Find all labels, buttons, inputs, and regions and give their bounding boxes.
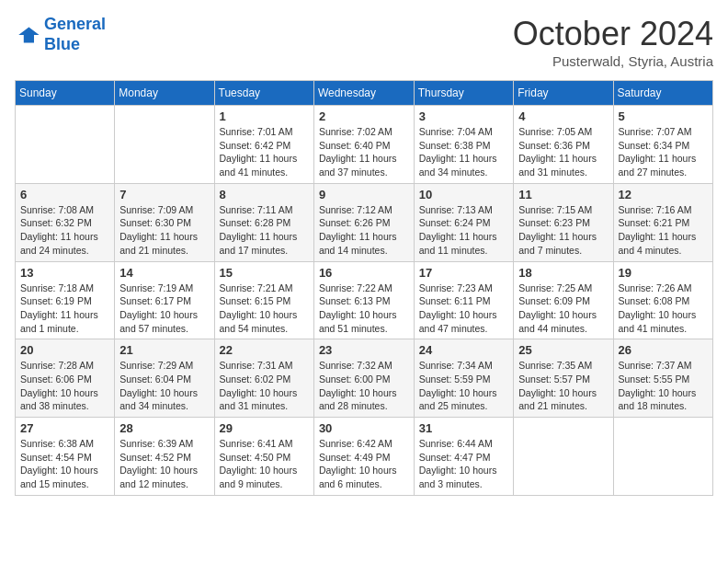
calendar-cell: 18Sunrise: 7:25 AMSunset: 6:09 PMDayligh… bbox=[514, 261, 613, 339]
calendar-weekday-header: Saturday bbox=[613, 81, 712, 106]
calendar-cell: 24Sunrise: 7:34 AMSunset: 5:59 PMDayligh… bbox=[414, 339, 513, 418]
day-number: 22 bbox=[220, 343, 309, 357]
location: Pusterwald, Styria, Austria bbox=[513, 53, 713, 69]
calendar-cell: 3Sunrise: 7:04 AMSunset: 6:38 PMDaylight… bbox=[414, 106, 513, 184]
day-info: Sunrise: 7:09 AMSunset: 6:30 PMDaylight:… bbox=[119, 203, 209, 258]
calendar-weekday-header: Monday bbox=[115, 81, 214, 106]
calendar-cell: 20Sunrise: 7:28 AMSunset: 6:06 PMDayligh… bbox=[16, 339, 115, 418]
day-info: Sunrise: 7:05 AMSunset: 6:36 PMDaylight:… bbox=[518, 125, 608, 179]
day-info: Sunrise: 7:02 AMSunset: 6:40 PMDaylight:… bbox=[319, 125, 409, 179]
day-number: 19 bbox=[619, 266, 708, 280]
calendar-week-row: 1Sunrise: 7:01 AMSunset: 6:42 PMDaylight… bbox=[16, 106, 713, 184]
title-block: October 2024 Pusterwald, Styria, Austria bbox=[513, 15, 713, 69]
day-info: Sunrise: 7:16 AMSunset: 6:21 PMDaylight:… bbox=[619, 203, 708, 258]
day-number: 20 bbox=[20, 343, 109, 357]
calendar-week-row: 20Sunrise: 7:28 AMSunset: 6:06 PMDayligh… bbox=[16, 339, 713, 418]
day-info: Sunrise: 7:12 AMSunset: 6:26 PMDaylight:… bbox=[319, 203, 409, 258]
page-header: General Blue October 2024 Pusterwald, St… bbox=[15, 15, 713, 69]
day-number: 1 bbox=[220, 109, 309, 123]
day-number: 30 bbox=[319, 421, 409, 435]
logo-text: General Blue bbox=[44, 15, 106, 54]
day-info: Sunrise: 7:13 AMSunset: 6:24 PMDaylight:… bbox=[419, 203, 508, 258]
day-number: 28 bbox=[119, 421, 209, 435]
day-info: Sunrise: 6:42 AMSunset: 4:49 PMDaylight:… bbox=[319, 437, 409, 491]
day-number: 16 bbox=[319, 266, 409, 280]
day-number: 25 bbox=[518, 343, 608, 357]
day-info: Sunrise: 6:38 AMSunset: 4:54 PMDaylight:… bbox=[20, 437, 109, 491]
calendar-cell: 16Sunrise: 7:22 AMSunset: 6:13 PMDayligh… bbox=[313, 261, 414, 339]
day-number: 10 bbox=[419, 188, 508, 201]
calendar-cell: 22Sunrise: 7:31 AMSunset: 6:02 PMDayligh… bbox=[214, 339, 313, 418]
calendar-cell: 28Sunrise: 6:39 AMSunset: 4:52 PMDayligh… bbox=[115, 418, 214, 496]
day-number: 29 bbox=[220, 421, 309, 435]
calendar-cell: 14Sunrise: 7:19 AMSunset: 6:17 PMDayligh… bbox=[115, 261, 214, 339]
calendar-cell: 1Sunrise: 7:01 AMSunset: 6:42 PMDaylight… bbox=[214, 106, 313, 184]
calendar-cell: 7Sunrise: 7:09 AMSunset: 6:30 PMDaylight… bbox=[115, 183, 214, 261]
day-number: 31 bbox=[419, 421, 508, 435]
calendar-cell: 9Sunrise: 7:12 AMSunset: 6:26 PMDaylight… bbox=[313, 183, 414, 261]
calendar-week-row: 13Sunrise: 7:18 AMSunset: 6:19 PMDayligh… bbox=[16, 261, 713, 339]
calendar-cell: 29Sunrise: 6:41 AMSunset: 4:50 PMDayligh… bbox=[214, 418, 313, 496]
day-info: Sunrise: 7:19 AMSunset: 6:17 PMDaylight:… bbox=[119, 282, 209, 336]
day-info: Sunrise: 7:08 AMSunset: 6:32 PMDaylight:… bbox=[20, 203, 109, 258]
calendar-week-row: 6Sunrise: 7:08 AMSunset: 6:32 PMDaylight… bbox=[16, 183, 713, 261]
logo: General Blue bbox=[15, 15, 106, 54]
day-number: 26 bbox=[619, 343, 708, 357]
day-info: Sunrise: 7:35 AMSunset: 5:57 PMDaylight:… bbox=[518, 359, 608, 413]
day-info: Sunrise: 7:18 AMSunset: 6:19 PMDaylight:… bbox=[20, 282, 109, 336]
day-info: Sunrise: 7:26 AMSunset: 6:08 PMDaylight:… bbox=[619, 282, 708, 336]
day-info: Sunrise: 7:15 AMSunset: 6:23 PMDaylight:… bbox=[518, 203, 608, 258]
day-number: 21 bbox=[119, 343, 209, 357]
calendar-cell: 6Sunrise: 7:08 AMSunset: 6:32 PMDaylight… bbox=[16, 183, 115, 261]
day-number: 23 bbox=[319, 343, 409, 357]
day-number: 11 bbox=[518, 188, 608, 201]
day-info: Sunrise: 7:29 AMSunset: 6:04 PMDaylight:… bbox=[119, 359, 209, 413]
day-info: Sunrise: 6:39 AMSunset: 4:52 PMDaylight:… bbox=[119, 437, 209, 491]
calendar-weekday-header: Sunday bbox=[16, 81, 115, 106]
calendar-weekday-header: Friday bbox=[514, 81, 613, 106]
calendar-cell: 19Sunrise: 7:26 AMSunset: 6:08 PMDayligh… bbox=[613, 261, 712, 339]
day-info: Sunrise: 7:22 AMSunset: 6:13 PMDaylight:… bbox=[319, 282, 409, 336]
day-number: 5 bbox=[619, 109, 708, 123]
calendar-cell: 15Sunrise: 7:21 AMSunset: 6:15 PMDayligh… bbox=[214, 261, 313, 339]
day-number: 27 bbox=[20, 421, 109, 435]
calendar-cell bbox=[16, 106, 115, 184]
day-number: 18 bbox=[518, 266, 608, 280]
calendar-cell: 4Sunrise: 7:05 AMSunset: 6:36 PMDaylight… bbox=[514, 106, 613, 184]
day-number: 6 bbox=[20, 188, 109, 201]
day-number: 7 bbox=[119, 188, 209, 201]
day-info: Sunrise: 7:25 AMSunset: 6:09 PMDaylight:… bbox=[518, 282, 608, 336]
day-info: Sunrise: 7:23 AMSunset: 6:11 PMDaylight:… bbox=[419, 282, 508, 336]
calendar-cell: 12Sunrise: 7:16 AMSunset: 6:21 PMDayligh… bbox=[613, 183, 712, 261]
calendar-weekday-header: Tuesday bbox=[214, 81, 313, 106]
day-number: 2 bbox=[319, 109, 409, 123]
calendar-cell bbox=[613, 418, 712, 496]
calendar-cell: 17Sunrise: 7:23 AMSunset: 6:11 PMDayligh… bbox=[414, 261, 513, 339]
day-info: Sunrise: 7:37 AMSunset: 5:55 PMDaylight:… bbox=[619, 359, 708, 413]
day-number: 9 bbox=[319, 188, 409, 201]
day-number: 13 bbox=[20, 266, 109, 280]
logo-icon bbox=[15, 22, 40, 48]
calendar-cell bbox=[115, 106, 214, 184]
calendar-cell: 25Sunrise: 7:35 AMSunset: 5:57 PMDayligh… bbox=[514, 339, 613, 418]
calendar-cell: 31Sunrise: 6:44 AMSunset: 4:47 PMDayligh… bbox=[414, 418, 513, 496]
day-number: 14 bbox=[119, 266, 209, 280]
day-number: 8 bbox=[220, 188, 309, 201]
calendar-weekday-header: Wednesday bbox=[313, 81, 414, 106]
calendar-cell: 21Sunrise: 7:29 AMSunset: 6:04 PMDayligh… bbox=[115, 339, 214, 418]
calendar-weekday-header: Thursday bbox=[414, 81, 513, 106]
day-info: Sunrise: 7:31 AMSunset: 6:02 PMDaylight:… bbox=[220, 359, 309, 413]
calendar-cell: 30Sunrise: 6:42 AMSunset: 4:49 PMDayligh… bbox=[313, 418, 414, 496]
calendar-cell: 5Sunrise: 7:07 AMSunset: 6:34 PMDaylight… bbox=[613, 106, 712, 184]
day-number: 17 bbox=[419, 266, 508, 280]
day-info: Sunrise: 6:41 AMSunset: 4:50 PMDaylight:… bbox=[220, 437, 309, 491]
day-number: 24 bbox=[419, 343, 508, 357]
day-number: 3 bbox=[419, 109, 508, 123]
calendar-cell: 11Sunrise: 7:15 AMSunset: 6:23 PMDayligh… bbox=[514, 183, 613, 261]
calendar-cell: 2Sunrise: 7:02 AMSunset: 6:40 PMDaylight… bbox=[313, 106, 414, 184]
calendar-header-row: SundayMondayTuesdayWednesdayThursdayFrid… bbox=[16, 81, 713, 106]
calendar-week-row: 27Sunrise: 6:38 AMSunset: 4:54 PMDayligh… bbox=[16, 418, 713, 496]
day-info: Sunrise: 7:01 AMSunset: 6:42 PMDaylight:… bbox=[220, 125, 309, 179]
day-info: Sunrise: 7:34 AMSunset: 5:59 PMDaylight:… bbox=[419, 359, 508, 413]
day-number: 15 bbox=[220, 266, 309, 280]
